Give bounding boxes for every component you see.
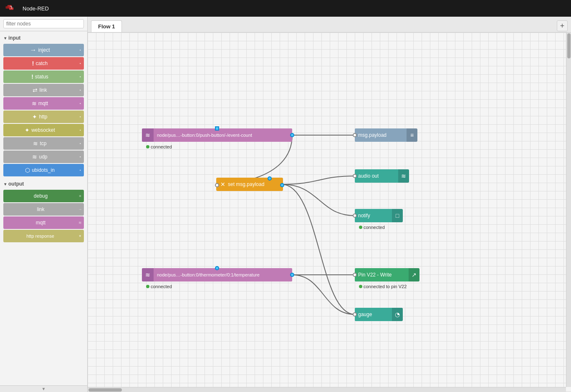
node-tcp-in-label: tcp (40, 141, 46, 146)
node-mqtt-out[interactable]: mqtt ≋ (3, 216, 84, 229)
node-status-label: status (35, 74, 48, 80)
tab-bar: Flow 1 + (88, 17, 571, 33)
node-inject-label: inject (38, 47, 50, 53)
node-catch[interactable]: ! catch ▪ (3, 57, 84, 70)
canvas-node-pin-v22[interactable]: Pin V22 - Write ↗ connected to pin V22 (355, 268, 419, 281)
node-link-out[interactable]: link → (3, 203, 84, 216)
node-debug-out-label: debug (34, 193, 48, 199)
audio-out-label: audio out (358, 173, 379, 179)
gauge-left-port[interactable] (353, 312, 357, 317)
node-red-logo-icon (5, 4, 20, 13)
node-link-out-label: link (37, 206, 44, 212)
gauge-button[interactable]: ◔ (392, 308, 403, 321)
pin-v22-status: connected to pin V22 (359, 284, 407, 289)
node-inject[interactable]: → inject ▪ (3, 44, 84, 56)
audio-out-button[interactable]: ≋ (398, 169, 409, 183)
pin-v22-label: Pin V22 - Write (358, 272, 392, 278)
filter-box[interactable] (0, 17, 87, 31)
notify-left-port[interactable] (353, 214, 357, 218)
canvas-node-mqtt-in-2[interactable]: ≋ node/pus…-button:0/thermometer/0:1/tem… (142, 268, 292, 281)
change-1-left-port[interactable] (215, 183, 219, 187)
app-title: Node-RED (23, 5, 49, 12)
node-tcp-in[interactable]: ≋ tcp ▪ (3, 137, 84, 150)
node-status[interactable]: ! status ▪ (3, 70, 84, 83)
node-link-in-label: link (39, 87, 47, 93)
node-mqtt-out-label: mqtt (36, 220, 45, 226)
search-input[interactable] (3, 19, 84, 28)
notify-status: connected (359, 225, 385, 230)
category-input[interactable]: ▾ input (0, 33, 87, 43)
node-mqtt-in[interactable]: ≋ mqtt ▪ (3, 97, 84, 110)
mqtt-in-2-right-port[interactable] (290, 273, 294, 277)
canvas-node-mqtt-in-1[interactable]: ≋ node/pus…-button:0/push-button/-/event… (142, 128, 292, 142)
connections-overlay (88, 33, 571, 392)
canvas-scrollbar-vertical[interactable] (566, 33, 571, 387)
node-http-response-label: http response (26, 234, 54, 239)
canvas-node-audio-out[interactable]: audio out ≋ (355, 169, 409, 183)
right-section: Flow 1 + (88, 17, 571, 392)
category-output[interactable]: ▾ output (0, 179, 87, 189)
node-websocket-in-label: websocket (31, 127, 55, 133)
category-output-label: output (8, 181, 24, 187)
canvas[interactable]: ≋ node/pus…-button:0/push-button/-/event… (88, 33, 571, 392)
node-mqtt-in-label: mqtt (38, 101, 48, 106)
gauge-label: gauge (358, 312, 372, 317)
pin-v22-left-port[interactable] (353, 273, 357, 277)
node-udp-in-label: udp (39, 154, 47, 160)
sidebar: ▾ input → inject ▪ ! catch ▪ (0, 17, 88, 392)
notify-button[interactable]: □ (392, 209, 403, 222)
mqtt-in-2-top-port[interactable] (215, 266, 219, 270)
node-websocket-in[interactable]: ✦ websocket ▪ (3, 124, 84, 136)
node-ubidots-in-label: ubidots_in (32, 167, 55, 173)
mqtt-in-1-top-port[interactable] (215, 126, 219, 131)
tab-flow1[interactable]: Flow 1 (91, 20, 122, 32)
node-link-in[interactable]: ⇄ link ▪ (3, 84, 84, 96)
topbar: Node-RED (0, 0, 571, 17)
mqtt-in-1-right-port[interactable] (290, 133, 294, 137)
node-udp-in[interactable]: ≋ udp ▪ (3, 151, 84, 163)
node-http-response-out[interactable]: http response ✦ (3, 230, 84, 242)
canvas-scrollbar-horizontal[interactable] (88, 387, 566, 392)
node-debug-out[interactable]: debug ≡ (3, 190, 84, 202)
change-1-right-port[interactable] (280, 183, 284, 187)
node-http-in-label: http (39, 114, 47, 120)
msg-payload-label: msg.payload (358, 132, 387, 138)
msg-payload-button[interactable]: ≡ (407, 128, 417, 142)
audio-out-left-port[interactable] (353, 174, 357, 178)
chevron-down-icon-output: ▾ (4, 182, 6, 186)
msg-payload-left-port[interactable] (353, 133, 357, 137)
canvas-node-gauge[interactable]: gauge ◔ (355, 308, 403, 321)
change-1-label: set msg.payload (228, 181, 264, 187)
change-1-top-port[interactable] (268, 176, 272, 181)
category-input-label: input (8, 35, 20, 41)
mqtt-in-2-status: connected (146, 284, 172, 289)
sidebar-scroll-down[interactable]: ▼ (0, 385, 87, 392)
canvas-node-change-1[interactable]: ✕ set msg.payload (216, 178, 283, 191)
node-list: ▾ input → inject ▪ ! catch ▪ (0, 31, 87, 385)
node-catch-label: catch (35, 60, 48, 66)
mqtt-in-1-status: connected (146, 144, 172, 149)
canvas-node-notify[interactable]: notify □ connected (355, 209, 403, 222)
node-ubidots-in[interactable]: ⬡ ubidots_in ▪ (3, 164, 84, 176)
chevron-down-icon: ▾ (4, 36, 6, 40)
node-http-in[interactable]: ✦ http ▪ (3, 111, 84, 123)
mqtt-in-1-label: node/pus…-button:0/push-button/-/event-c… (157, 133, 252, 138)
add-flow-button[interactable]: + (557, 20, 568, 31)
svg-rect-2 (9, 8, 13, 10)
notify-label: notify (358, 213, 370, 219)
mqtt-in-2-label: node/pus…-button:0/thermometer/0:1/tempe… (157, 272, 260, 277)
logo: Node-RED (5, 4, 49, 13)
pin-v22-button[interactable]: ↗ (409, 268, 419, 281)
canvas-node-msg-payload[interactable]: msg.payload ≡ (355, 128, 417, 142)
